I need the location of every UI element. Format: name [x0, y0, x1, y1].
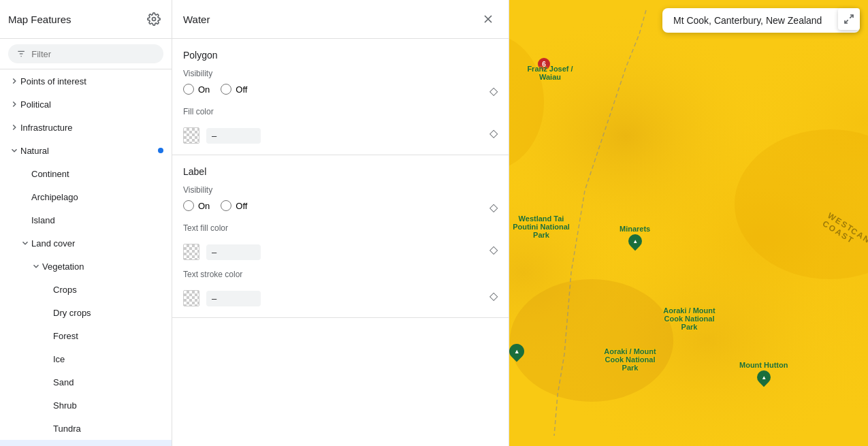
fill-color-input[interactable]: [206, 128, 261, 144]
label-visibility-row: On Off ◇: [183, 200, 498, 214]
tree-item-forest[interactable]: Forest: [0, 324, 172, 347]
tree-item-label-crops: Crops: [53, 285, 163, 295]
poi-mount-hutton-label: Mount Hutton: [739, 361, 788, 369]
polygon-off-radio[interactable]: [221, 84, 231, 95]
tree-item-dry-crops[interactable]: Dry crops: [0, 301, 172, 324]
tree-item-label-continent: Continent: [31, 169, 163, 179]
polygon-off-option[interactable]: Off: [221, 84, 247, 95]
polygon-visibility-row: On Off ◇: [183, 84, 498, 97]
poi-minarets: Minarets ▲: [620, 225, 650, 248]
text-stroke-diamond-button[interactable]: ◇: [489, 289, 498, 302]
tree-item-label-archipelago: Archipelago: [31, 192, 163, 202]
middle-panel-title: Water: [183, 14, 210, 25]
filter-input[interactable]: [31, 49, 155, 59]
fill-color-diamond-button[interactable]: ◇: [489, 127, 498, 140]
tree-item-label-island: Island: [31, 215, 163, 225]
tree-item-continent[interactable]: Continent: [0, 162, 172, 185]
polygon-on-radio[interactable]: [183, 84, 194, 95]
text-fill-input-row: [183, 244, 261, 260]
text-stroke-swatch[interactable]: [183, 290, 199, 306]
svg-rect-6: [509, 0, 868, 446]
label-on-option[interactable]: On: [183, 200, 210, 211]
map-area[interactable]: WEST COAST CANTERBURY WEST COAST CANTERB…: [509, 0, 868, 446]
svg-point-10: [728, 14, 868, 232]
tree-item-water[interactable]: Water: [0, 440, 172, 446]
fill-color-label: Fill color: [183, 107, 498, 116]
poi-westland-label: Westland Tai Poutini National Park: [511, 214, 572, 239]
tree-item-vegetation[interactable]: Vegetation: [0, 255, 172, 278]
middle-header: Water: [172, 0, 509, 39]
close-button[interactable]: [479, 10, 498, 29]
svg-point-0: [152, 18, 156, 21]
tree-item-political[interactable]: Political: [0, 93, 172, 116]
search-bar: [662, 8, 860, 33]
tree-item-natural[interactable]: Natural: [0, 139, 172, 162]
text-fill-input[interactable]: [206, 244, 261, 260]
text-fill-row: ◇: [183, 238, 498, 260]
tree-item-label-shrub: Shrub: [53, 400, 163, 411]
map-search-input[interactable]: [662, 8, 860, 33]
label-off-option[interactable]: Off: [221, 200, 247, 211]
filter-input-wrap: [8, 44, 163, 63]
label-visibility-diamond-button[interactable]: ◇: [489, 201, 498, 214]
svg-point-12: [789, 170, 868, 443]
label-on-label: On: [198, 201, 210, 211]
collapse-icon: [30, 260, 42, 272]
polygon-title: Polygon: [183, 50, 498, 61]
settings-button[interactable]: [144, 10, 163, 29]
tree-item-ice[interactable]: Ice: [0, 347, 172, 370]
tree-item-shrub[interactable]: Shrub: [0, 394, 172, 417]
text-stroke-input-row: [183, 290, 261, 306]
poi-small-pin-1: ▲: [509, 344, 524, 359]
poi-mount-hutton: Mount Hutton ▲: [739, 361, 788, 384]
middle-panel: Water Polygon Visibility On Off ◇: [172, 0, 509, 446]
text-fill-field: Text fill color ◇: [183, 223, 498, 260]
tree-item-crops[interactable]: Crops: [0, 278, 172, 301]
svg-point-11: [537, 218, 868, 446]
label-off-radio[interactable]: [221, 200, 231, 211]
label-visibility-label: Visibility: [183, 185, 498, 195]
tree-item-label-forest: Forest: [53, 331, 163, 341]
polygon-visibility-diamond-button[interactable]: ◇: [489, 84, 498, 97]
label-on-radio[interactable]: [183, 200, 194, 211]
tree-item-points-of-interest[interactable]: Points of interest: [0, 69, 172, 93]
tree-item-land-cover[interactable]: Land cover: [0, 232, 172, 255]
poi-aoraki-2: Aoraki / Mount Cook National Park: [601, 347, 659, 372]
collapse-icon: [8, 144, 20, 157]
tree-item-island[interactable]: Island: [0, 208, 172, 232]
text-stroke-input[interactable]: [206, 291, 261, 306]
label-title: Label: [183, 166, 498, 177]
expand-icon: [8, 121, 20, 133]
tree-item-label-natural: Natural: [20, 146, 155, 156]
text-fill-diamond-button[interactable]: ◇: [489, 243, 498, 256]
filter-row: [0, 39, 172, 69]
text-stroke-row: ◇: [183, 285, 498, 306]
left-panel: Map Features Points of interest Politica…: [0, 0, 172, 446]
label-radio-row: On Off: [183, 200, 247, 211]
fill-color-field: Fill color ◇: [183, 107, 498, 144]
tree-item-infrastructure[interactable]: Infrastructure: [0, 116, 172, 139]
tree-item-label-points-of-interest: Points of interest: [20, 76, 163, 86]
tree-item-sand[interactable]: Sand: [0, 370, 172, 394]
fill-color-swatch[interactable]: [183, 127, 199, 144]
poi-aoraki-2-label: Aoraki / Mount Cook National Park: [601, 347, 659, 372]
fullscreen-button[interactable]: [838, 8, 860, 30]
svg-point-8: [571, 102, 868, 375]
tree-item-tundra[interactable]: Tundra: [0, 417, 172, 440]
canterbury-label-2: CANTERBURY: [849, 226, 868, 272]
tree-item-label-infrastructure: Infrastructure: [20, 123, 163, 133]
text-fill-label: Text fill color: [183, 223, 498, 233]
expand-icon: [8, 75, 20, 87]
polygon-on-option[interactable]: On: [183, 84, 210, 95]
map-terrain: [509, 0, 868, 446]
tree-item-label-sand: Sand: [53, 377, 163, 387]
page-title: Map Features: [8, 14, 71, 25]
text-fill-swatch[interactable]: [183, 244, 199, 260]
poi-franz-josef: Franz Josef / Waiau: [523, 65, 577, 81]
tree-item-archipelago[interactable]: Archipelago: [0, 185, 172, 208]
tree-item-label-vegetation: Vegetation: [42, 261, 163, 272]
tree-item-label-tundra: Tundra: [53, 424, 163, 434]
svg-point-9: [509, 170, 646, 375]
label-section: Label Visibility On Off ◇ Text fill colo…: [172, 155, 509, 318]
tree-item-label-land-cover: Land cover: [31, 238, 163, 249]
